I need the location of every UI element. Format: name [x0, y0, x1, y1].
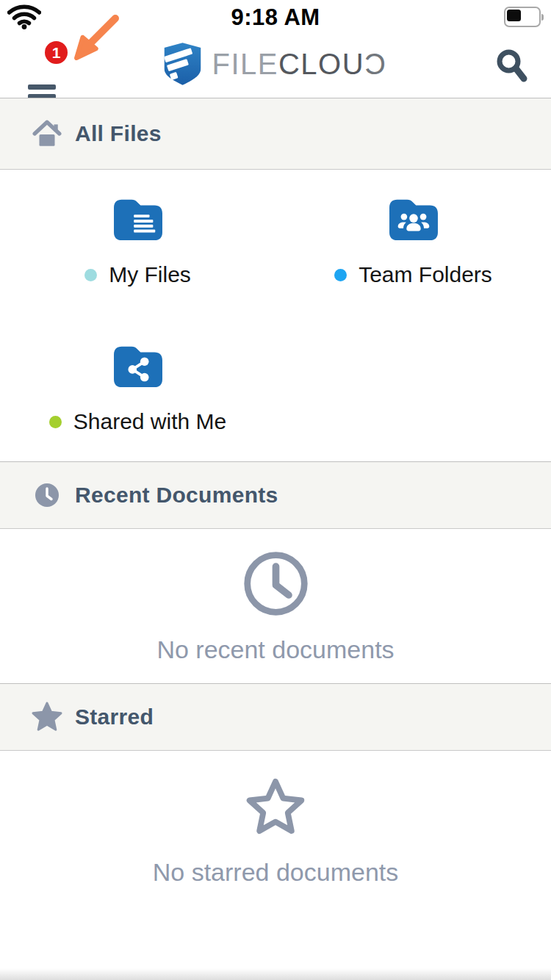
folder-grid: My Files Team Folders — [0, 170, 551, 461]
folder-tile-my-files[interactable]: My Files — [0, 196, 276, 343]
filecloud-logo: FILECLOUƆ — [164, 43, 386, 85]
shared-with-me-dot — [49, 416, 62, 428]
logo-text-open-d: Ɔ — [364, 48, 386, 80]
empty-state-text: No starred documents — [153, 858, 399, 887]
section-label: Recent Documents — [75, 483, 278, 508]
search-icon — [496, 48, 528, 84]
folder-label: My Files — [109, 262, 191, 287]
folder-team-icon — [384, 196, 443, 243]
folder-label: Team Folders — [359, 262, 492, 287]
app-header: 1 F — [0, 33, 551, 98]
clock-icon — [29, 483, 65, 508]
filecloud-wordmark: FILECLOUƆ — [212, 48, 386, 81]
star-icon — [29, 701, 65, 733]
starred-empty-state: No starred documents — [0, 751, 551, 964]
battery-icon — [504, 7, 544, 27]
empty-state-text: No recent documents — [156, 635, 394, 664]
recent-empty-state: No recent documents — [0, 529, 551, 683]
star-outline-icon — [240, 773, 311, 842]
notification-badge: 1 — [45, 41, 68, 64]
status-bar: 9:18 AM — [0, 0, 551, 33]
folder-label-row: Team Folders — [334, 262, 492, 287]
section-label: All Files — [75, 121, 162, 146]
folder-documents-icon — [109, 196, 168, 243]
clock-outline-icon — [240, 548, 311, 619]
folder-tile-team-folders[interactable]: Team Folders — [276, 196, 551, 343]
filecloud-app-screen: 9:18 AM 1 — [0, 0, 551, 980]
folder-shared-icon — [109, 343, 168, 390]
bottom-fade — [0, 968, 551, 980]
logo-text-clou: CLOU — [278, 48, 364, 80]
section-header-starred: Starred — [0, 683, 551, 751]
battery-fill — [507, 10, 521, 21]
my-files-dot — [84, 269, 97, 281]
section-header-recent-documents: Recent Documents — [0, 461, 551, 529]
logo-text-file: FILE — [212, 48, 278, 80]
search-button[interactable] — [496, 48, 528, 86]
folder-label: Shared with Me — [73, 409, 226, 434]
hamburger-menu-icon — [28, 84, 56, 90]
section-label: Starred — [75, 705, 154, 729]
folder-label-row: Shared with Me — [49, 409, 226, 434]
folder-label-row: My Files — [84, 262, 191, 287]
battery-tip — [541, 14, 544, 21]
home-icon — [29, 120, 65, 148]
filecloud-shield-icon — [164, 43, 201, 85]
status-time: 9:18 AM — [0, 4, 551, 31]
team-folders-dot — [334, 269, 347, 281]
battery-body — [504, 7, 541, 27]
section-header-all-files: All Files — [0, 98, 551, 170]
